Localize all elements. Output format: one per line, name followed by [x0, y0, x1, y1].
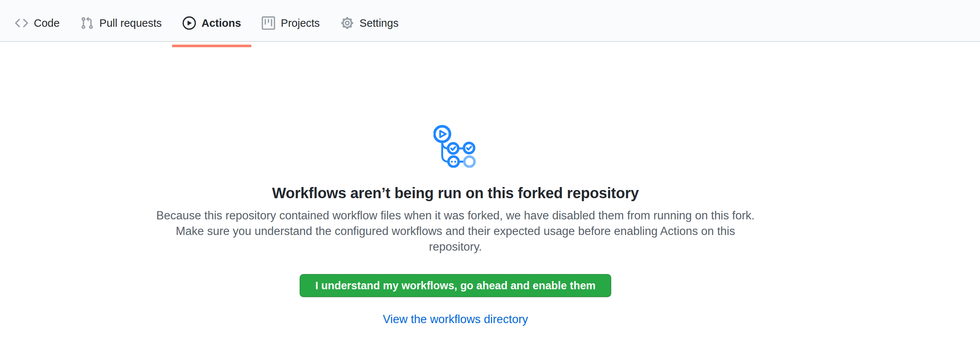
- tab-settings[interactable]: Settings: [330, 5, 409, 41]
- tab-pull-requests[interactable]: Pull requests: [70, 5, 172, 41]
- blankslate-description: Because this repository contained workfl…: [149, 208, 762, 255]
- code-icon: [15, 16, 28, 30]
- actions-blankslate: Workflows aren’t being run on this forke…: [0, 124, 911, 326]
- tab-actions-label: Actions: [202, 18, 241, 29]
- workflow-graph-icon: [0, 124, 911, 168]
- tab-pull-requests-label: Pull requests: [99, 18, 162, 29]
- enable-workflows-button[interactable]: I understand my workflows, go ahead and …: [300, 274, 611, 297]
- tab-code[interactable]: Code: [5, 5, 70, 41]
- view-workflows-directory-link[interactable]: View the workflows directory: [383, 313, 528, 326]
- play-icon: [183, 16, 196, 30]
- tab-settings-label: Settings: [360, 18, 399, 29]
- tab-projects-label: Projects: [281, 18, 320, 29]
- project-icon: [262, 16, 275, 30]
- tab-code-label: Code: [34, 18, 59, 29]
- git-pull-request-icon: [80, 16, 94, 30]
- gear-icon: [340, 16, 354, 30]
- blankslate-title: Workflows aren’t being run on this forke…: [0, 185, 911, 202]
- repo-tab-bar: Code Pull requests Actions Projects: [0, 0, 980, 42]
- tab-actions[interactable]: Actions: [172, 5, 251, 41]
- tab-projects[interactable]: Projects: [251, 5, 330, 41]
